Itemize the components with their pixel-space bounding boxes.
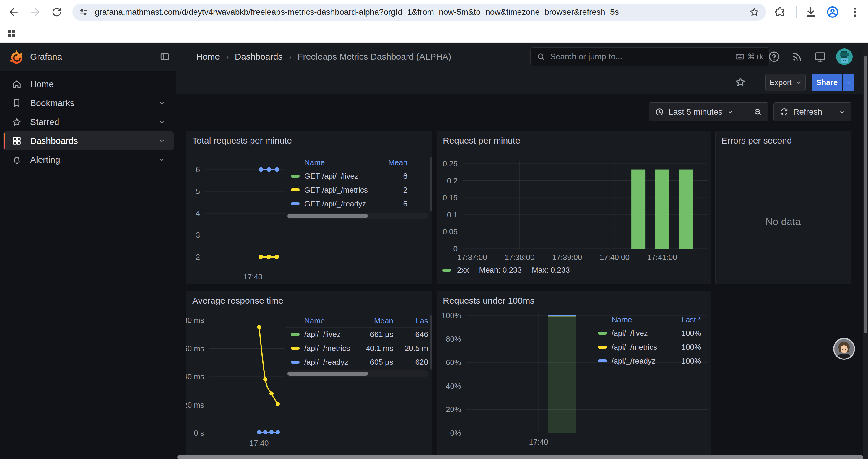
legend-col-value: Las bbox=[393, 316, 428, 326]
svg-text:17:40: 17:40 bbox=[249, 438, 269, 448]
panel-request-per-minute: Request per minute 0.250.20.150.10.05017… bbox=[437, 131, 711, 285]
sidebar-nav: Home Bookmarks Starred Dashboards Alerti… bbox=[0, 71, 176, 459]
refresh-button[interactable]: Refresh bbox=[774, 103, 833, 121]
legend-header-row: NameMean bbox=[286, 156, 428, 169]
extensions-button[interactable] bbox=[772, 4, 788, 20]
series-name: 2xx bbox=[457, 266, 469, 275]
svg-text:17:38:00: 17:38:00 bbox=[505, 253, 534, 262]
legend-header-row: NameLast * bbox=[583, 314, 709, 326]
legend-scrollbar[interactable] bbox=[286, 213, 428, 219]
page-horizontal-scrollbar[interactable] bbox=[177, 455, 863, 459]
zoom-out-button[interactable] bbox=[747, 103, 768, 121]
help-button[interactable] bbox=[768, 50, 780, 63]
legend-row[interactable]: 2xx Mean: 0.233 Max: 0.233 bbox=[442, 266, 580, 275]
extensions-icon bbox=[774, 6, 786, 18]
display-button[interactable] bbox=[814, 50, 827, 63]
series-name: /api/_/readyz bbox=[612, 357, 665, 366]
legend-row[interactable]: /api/_/livez100% bbox=[583, 326, 709, 340]
search-input[interactable] bbox=[550, 52, 730, 61]
forward-button[interactable] bbox=[28, 4, 43, 20]
sidebar-item-starred[interactable]: Starred bbox=[3, 112, 174, 131]
series-name: /api/_/livez bbox=[612, 329, 665, 338]
export-button[interactable]: Export bbox=[766, 74, 806, 91]
sidebar-item-label: Home bbox=[30, 79, 54, 89]
downloads-button[interactable] bbox=[803, 4, 818, 20]
sidebar-toggle-button[interactable] bbox=[158, 50, 172, 63]
series-color-pill bbox=[598, 359, 607, 362]
panel-title[interactable]: Errors per second bbox=[721, 136, 792, 145]
profile-button[interactable] bbox=[825, 4, 840, 20]
svg-text:3: 3 bbox=[196, 231, 200, 239]
series-color-pill bbox=[442, 269, 451, 272]
sidebar-item-dashboards[interactable]: Dashboards bbox=[3, 131, 174, 150]
series-name: /api/_/metrics bbox=[612, 342, 665, 352]
legend-row[interactable]: GET /api/_/metrics2 bbox=[286, 183, 428, 197]
reload-button[interactable] bbox=[49, 4, 64, 20]
svg-text:0.25: 0.25 bbox=[442, 159, 458, 168]
svg-text:4: 4 bbox=[196, 209, 200, 218]
svg-text:0.15: 0.15 bbox=[442, 193, 458, 202]
series-value: 661 µs bbox=[361, 330, 393, 339]
favorite-dashboard-button[interactable] bbox=[734, 76, 747, 89]
address-bar[interactable]: grafana.mathmast.com/d/deytv4rwavabkb/fr… bbox=[72, 4, 766, 21]
search-box[interactable]: ⌘+k bbox=[530, 47, 770, 66]
legend-row[interactable]: /api/_/metrics100% bbox=[583, 340, 709, 354]
svg-text:100%: 100% bbox=[442, 311, 462, 320]
page-scrollbar-thumb[interactable] bbox=[864, 56, 867, 333]
dashboards-icon bbox=[12, 136, 22, 146]
legend-col-name: Name bbox=[304, 316, 361, 326]
breadcrumb-separator: › bbox=[226, 52, 229, 62]
legend-col-value: Mean bbox=[375, 158, 407, 167]
legend-col-value: Mean bbox=[361, 316, 393, 326]
legend-col-value: Last * bbox=[665, 315, 701, 324]
apps-button[interactable] bbox=[4, 26, 19, 41]
back-button[interactable] bbox=[6, 4, 21, 20]
refresh-interval-button[interactable] bbox=[833, 103, 851, 121]
browser-menu-button[interactable] bbox=[847, 4, 863, 20]
legend-vertical-scrollbar[interactable] bbox=[430, 157, 432, 211]
bookmark-star-icon[interactable] bbox=[749, 7, 760, 18]
series-name: /api/_/readyz bbox=[304, 358, 361, 367]
refresh-label: Refresh bbox=[793, 107, 822, 117]
legend-table: NameMeanLas/api/_/livez661 µs646/api/_/m… bbox=[286, 315, 428, 369]
series-color-pill bbox=[291, 361, 300, 364]
share-menu-button[interactable] bbox=[843, 74, 854, 91]
legend-row[interactable]: /api/_/livez661 µs646 bbox=[286, 328, 428, 341]
news-button[interactable] bbox=[790, 50, 804, 63]
series-value: 100% bbox=[665, 357, 701, 366]
legend-table: NameLast */api/_/livez100%/api/_/metrics… bbox=[583, 314, 709, 368]
chevron-down-icon bbox=[158, 137, 165, 144]
time-range-label: Last 5 minutes bbox=[669, 107, 722, 117]
sidebar-item-alerting[interactable]: Alerting bbox=[3, 150, 174, 169]
user-avatar[interactable] bbox=[836, 48, 852, 66]
brand-name[interactable]: Grafana bbox=[30, 42, 62, 71]
legend-row[interactable]: /api/_/readyz100% bbox=[583, 354, 709, 368]
time-range-picker[interactable]: Last 5 minutes bbox=[649, 103, 747, 121]
svg-text:40%: 40% bbox=[446, 382, 461, 391]
chevron-down-icon bbox=[158, 119, 165, 126]
legend-row[interactable]: /api/_/metrics40.1 ms20.5 m bbox=[286, 341, 428, 355]
request-per-minute-chart[interactable]: 0.250.20.150.10.05017:37:0017:38:0017:39… bbox=[437, 131, 712, 284]
sidebar-item-label: Starred bbox=[30, 117, 59, 127]
series-value: 620 bbox=[393, 358, 428, 367]
menu-kebab-icon bbox=[849, 6, 861, 18]
svg-text:6: 6 bbox=[196, 165, 200, 174]
chevron-down-icon bbox=[158, 156, 165, 163]
legend-row[interactable]: GET /api/_/livez6 bbox=[286, 169, 428, 183]
series-value: 40.1 ms bbox=[361, 344, 393, 353]
legend-row[interactable]: GET /api/_/readyz6 bbox=[286, 197, 428, 211]
grafana-logo[interactable] bbox=[9, 49, 24, 66]
back-icon bbox=[8, 6, 20, 18]
assistant-avatar[interactable] bbox=[833, 337, 856, 362]
sidebar-item-bookmarks[interactable]: Bookmarks bbox=[3, 94, 174, 112]
sidebar-item-home[interactable]: Home bbox=[3, 75, 174, 94]
legend-row[interactable]: /api/_/readyz605 µs620 bbox=[286, 355, 428, 369]
svg-text:60%: 60% bbox=[446, 358, 461, 367]
legend-scrollbar[interactable] bbox=[286, 370, 428, 377]
breadcrumb-dashboards[interactable]: Dashboards bbox=[235, 52, 283, 62]
series-name: GET /api/_/metrics bbox=[304, 186, 375, 195]
breadcrumb-home[interactable]: Home bbox=[196, 52, 220, 62]
share-button[interactable]: Share bbox=[812, 74, 842, 91]
legend-vertical-scrollbar[interactable] bbox=[430, 315, 432, 369]
site-info-icon[interactable] bbox=[79, 7, 88, 17]
